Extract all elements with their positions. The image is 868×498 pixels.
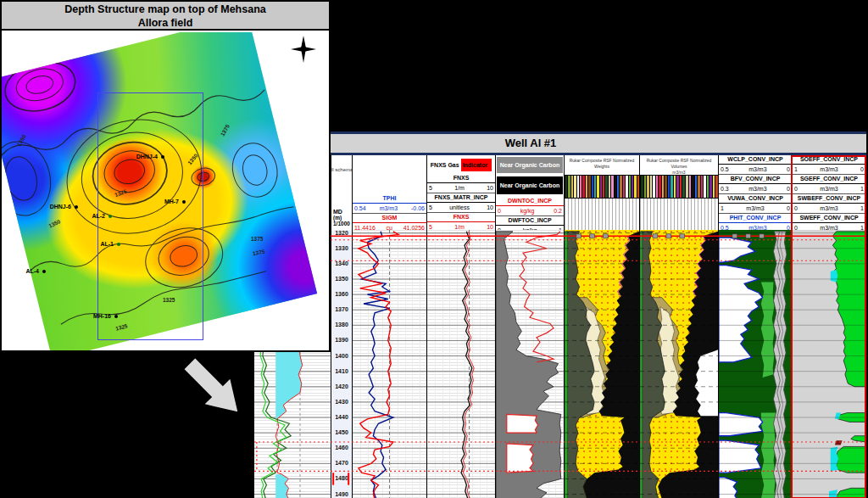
mineral-legend-bar	[641, 176, 643, 198]
scale-unit: m3/m3	[820, 165, 837, 174]
scale-left: 0.5	[721, 165, 729, 174]
curve-label-fnxs: FNXS	[427, 174, 495, 183]
mineral-legend-bar	[623, 176, 625, 198]
mineral-legend-bar	[656, 176, 659, 198]
md-label: MD	[333, 209, 352, 215]
depth-label: 1460	[331, 445, 352, 450]
log-header: ll schemati MD (m) 1/1000 TPHI 0.54 m3/m…	[254, 155, 866, 230]
depth-label: 1440	[331, 414, 352, 420]
scale-unit: m3/m3	[748, 165, 766, 174]
scale-unit: kg/kg	[520, 206, 535, 215]
fnxs-gas-indicator-badge: Indicator	[461, 159, 492, 171]
header-wclp: WCLP_CONV_INCP 0.5 m3/m3 0 BFV_CONV_INCP…	[718, 155, 792, 230]
contour-value-label: 1375	[251, 236, 263, 242]
scale-left: 0.3	[721, 184, 729, 193]
mineral-tick-labels	[640, 199, 718, 230]
scale-unit: m3/m3	[746, 204, 764, 213]
header-soeff: SOEFF_CONV_INCP 1 m3/m3 0 SGEFF_CONV_INC…	[792, 155, 866, 230]
mineral-legend-bar	[629, 176, 631, 198]
track-depth: 1320133013401350136013701380139014001410…	[331, 230, 352, 498]
scale-unit: 1/m	[454, 222, 465, 230]
structure-map-panel: Depth Structure map on top of Mehsana Al…	[0, 0, 331, 352]
curve-label-sigm: SIGM	[353, 214, 426, 223]
well-dot	[108, 215, 112, 218]
well-title: Well Al #1	[505, 137, 557, 149]
near-organic-carbon-gray: Near Organic Carbon	[497, 157, 563, 173]
mineral-legend-bar	[704, 176, 706, 198]
scale-unit: cu	[387, 223, 392, 230]
curve-label-dwntoc: DWNTOC_INCP	[496, 197, 564, 206]
track-mineral-volumes	[639, 230, 718, 498]
scale-right: -0.06	[411, 204, 425, 213]
scale-right: 41.0256	[403, 223, 425, 230]
mineral-legend-bar	[615, 176, 616, 198]
mineral-legend-bar	[647, 176, 649, 198]
mineral-legend-bar	[577, 176, 579, 198]
well-label: MH-7	[131, 199, 179, 204]
weights-title: Rukar Composite RSF Normalized Weights	[565, 155, 639, 175]
well-dot	[182, 200, 186, 204]
mineral-legend-bar	[701, 176, 704, 198]
scale-right: 0	[787, 223, 790, 230]
scale-unit: m3/m3	[820, 223, 837, 230]
mineral-legend-bar	[670, 176, 673, 198]
mineral-legend-bar	[605, 176, 607, 198]
well-log-panel: Well Al #1 ll schemati MD (m) 1/1000 TPH…	[254, 131, 866, 496]
header-md: ll schemati MD (m) 1/1000	[331, 155, 352, 230]
contour-value-label: 1325	[163, 297, 175, 303]
mineral-legend-bar	[632, 176, 633, 198]
mineral-legend-bar	[603, 176, 604, 198]
mineral-legend-bar	[713, 176, 715, 198]
scale-left: 5	[429, 183, 432, 193]
depth-label: 1470	[331, 460, 352, 466]
mineral-legend-bar	[568, 176, 570, 198]
well-dot	[114, 315, 118, 318]
map-title-line2: Allora field	[2, 17, 329, 31]
mineral-legend-bar	[644, 176, 647, 198]
mineral-legend-bar	[692, 176, 694, 198]
mineral-legend-bar	[665, 176, 667, 198]
md-scale: 1/1000	[333, 221, 352, 227]
scale-unit: unitless	[449, 203, 470, 212]
scale-right: 10	[487, 183, 493, 193]
scale-left: 1	[721, 204, 724, 213]
scale-unit: 1/m	[454, 183, 465, 193]
well-dot	[161, 155, 164, 159]
well-label: DHNJ-6	[24, 204, 71, 210]
fnxs-gas-label: FNXS Gas	[431, 162, 459, 168]
curve-label-swbeff: SWBEFF_CONV_INCP	[793, 194, 865, 204]
field-outline-rect	[97, 92, 203, 340]
mineral-legend-bar	[676, 176, 679, 198]
mineral-legend-bar	[674, 176, 676, 198]
well-label: DHNJ-4	[110, 154, 158, 159]
mineral-legend-bar	[662, 176, 665, 198]
curve-label-sweff: SWEFF_CONV_INCP	[793, 214, 865, 223]
curve-label-vuwa: VUWA_CONV_INCP	[719, 194, 792, 204]
well-label: MH-16	[64, 313, 111, 319]
mineral-legend-bar	[586, 176, 587, 198]
mineral-legend-bar	[620, 176, 621, 198]
mineral-legend-bar	[592, 176, 593, 198]
mineral-legend-bar	[565, 176, 567, 198]
scale-left: 0.54	[354, 204, 366, 213]
mineral-legend-bar	[653, 176, 655, 198]
depth-label: 1400	[331, 353, 352, 359]
track-fnxs	[426, 230, 495, 498]
well-label: AL-4	[2, 268, 39, 274]
mineral-legend-bar	[609, 176, 610, 198]
scale-unit: m3/m3	[820, 184, 837, 193]
depth-label: 1420	[331, 383, 352, 389]
depth-label: 1360	[331, 291, 352, 297]
mineral-legend-weights	[565, 175, 639, 199]
scale-right: 1	[860, 184, 864, 193]
mineral-legend-bar	[597, 176, 598, 198]
mineral-legend-bar	[695, 176, 698, 198]
curve-label-wclp: WCLP_CONV_INCP	[719, 155, 792, 165]
well-dot	[42, 270, 46, 273]
mineral-legend-bar	[668, 176, 670, 198]
header-toc: Near Organic Carbon Near Organic Carbon …	[495, 155, 564, 230]
scale-left: 11.4416	[354, 223, 376, 230]
depth-label: 1350	[331, 276, 352, 282]
mineral-legend-bar	[617, 176, 619, 198]
depth-label: 1330	[331, 245, 352, 251]
